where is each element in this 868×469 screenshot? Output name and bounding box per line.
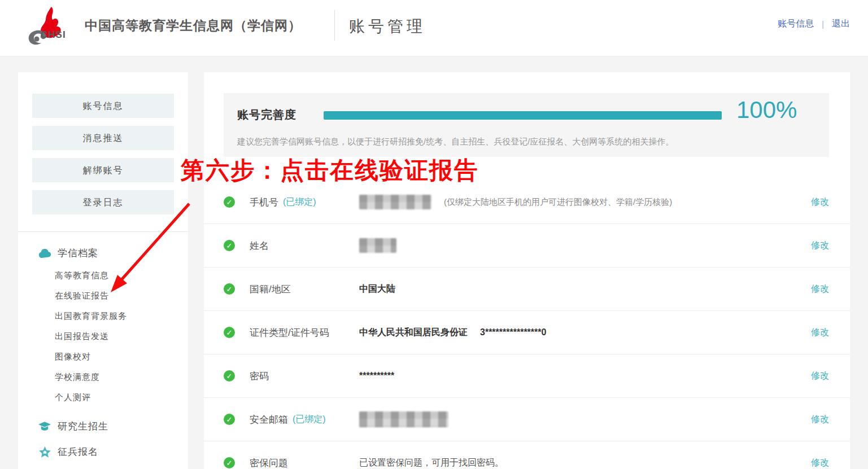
chsi-logo-text: CHSI	[41, 29, 66, 41]
blurred-name-value	[359, 238, 396, 253]
completeness-percent: 100%	[736, 97, 797, 124]
sidebar-item-online-verification-report[interactable]: 在线验证报告	[55, 286, 188, 306]
annotation-step-text: 第六步：点击在线验证报告	[181, 155, 479, 186]
nav-account-info-link[interactable]: 账号信息	[778, 18, 814, 30]
sidebar-item-abroad-report-send[interactable]: 出国报告发送	[55, 326, 188, 347]
sidebar-item-abroad-background-service[interactable]: 出国教育背景服务	[55, 306, 188, 326]
row-label: 证件类型/证件号码	[250, 326, 329, 339]
graduation-cap-icon	[38, 421, 51, 432]
check-icon: ✓	[224, 283, 235, 295]
sidebar-item-message-push[interactable]: 消息推送	[32, 126, 174, 150]
modify-link[interactable]: 修改	[811, 283, 829, 295]
modify-link[interactable]: 修改	[811, 414, 829, 426]
nationality-value: 中国大陆	[359, 283, 395, 295]
sidebar-item-school-satisfaction[interactable]: 学校满意度	[55, 367, 188, 387]
table-row-password: ✓ 密码 ********** 修改	[204, 354, 850, 398]
sidebar-section-label: 学信档案	[58, 247, 98, 260]
sidebar-archive-items: 高等教育信息 在线验证报告 出国教育背景服务 出国报告发送 图像校对 学校满意度…	[18, 265, 188, 407]
row-label: 国籍/地区	[250, 283, 291, 296]
progress-fill	[324, 111, 722, 120]
blurred-email-value	[359, 411, 448, 427]
account-completeness-panel: 账号完善度 100% 建议您完善学信网账号信息，以便于进行研招推免/统考、自主招…	[224, 93, 829, 157]
site-name: 中国高等教育学生信息网（学信网）	[85, 17, 302, 34]
modify-link[interactable]: 修改	[811, 370, 829, 382]
chsi-logo[interactable]: CHSI	[20, 5, 76, 52]
row-label: 密保问题	[250, 457, 288, 469]
row-label: 安全邮箱	[250, 413, 288, 426]
sidebar-item-higher-edu-info[interactable]: 高等教育信息	[55, 265, 188, 286]
nav-logout-link[interactable]: 退出	[832, 18, 850, 30]
id-type-value: 中华人民共和国居民身份证	[359, 327, 468, 339]
account-fields-list: ✓ 手机号 (已绑定) (仅绑定大陆地区手机的用户可进行图像校对、学籍/学历核验…	[204, 181, 850, 469]
header-divider	[334, 10, 335, 41]
modify-link[interactable]: 修改	[811, 196, 829, 208]
security-question-value: 已设置密保问题，可用于找回密码。	[359, 457, 504, 469]
row-label: 姓名	[250, 239, 269, 252]
completeness-description: 建议您完善学信网账号信息，以便于进行研招推免/统考、自主招生、兵役登记/应征报名…	[237, 137, 674, 147]
sidebar-item-image-proofread[interactable]: 图像校对	[55, 347, 188, 367]
modify-link[interactable]: 修改	[811, 327, 829, 339]
completeness-title: 账号完善度	[237, 107, 296, 122]
chsi-flame-icon	[20, 5, 76, 52]
sidebar-section-graduate-admission[interactable]: 研究生招生	[18, 420, 188, 433]
check-icon: ✓	[224, 327, 235, 338]
password-masked-value: **********	[359, 371, 394, 381]
sidebar-item-login-log[interactable]: 登录日志	[32, 190, 174, 214]
table-row-name: ✓ 姓名 修改	[204, 224, 850, 268]
sidebar-section-xuexin-archive[interactable]: 学信档案	[18, 247, 188, 260]
header: CHSI 中国高等教育学生信息网（学信网） 账号管理 账号信息 | 退出	[0, 0, 868, 56]
star-icon	[38, 446, 51, 458]
check-icon: ✓	[224, 370, 235, 382]
table-row-nationality: ✓ 国籍/地区 中国大陆 修改	[204, 268, 850, 311]
completeness-progress-bar	[324, 111, 722, 120]
table-row-phone: ✓ 手机号 (已绑定) (仅绑定大陆地区手机的用户可进行图像校对、学籍/学历核验…	[204, 181, 850, 224]
check-icon: ✓	[224, 196, 235, 208]
phone-note: (仅绑定大陆地区手机的用户可进行图像校对、学籍/学历核验)	[444, 197, 672, 208]
modify-link[interactable]: 修改	[811, 457, 829, 469]
sidebar-item-unbind-account[interactable]: 解绑账号	[32, 158, 174, 182]
check-icon: ✓	[224, 240, 235, 251]
row-label: 手机号	[250, 196, 278, 209]
modify-link[interactable]: 修改	[811, 240, 829, 252]
sidebar-buttons: 账号信息 消息推送 解绑账号 登录日志	[18, 72, 188, 214]
table-row-id-document: ✓ 证件类型/证件号码 中华人民共和国居民身份证 3**************…	[204, 311, 850, 354]
sidebar-section-conscription[interactable]: 征兵报名	[18, 445, 188, 458]
sidebar-divider	[18, 231, 188, 232]
nav-separator: |	[822, 20, 824, 29]
row-label: 密码	[250, 370, 269, 383]
sidebar-section-label: 征兵报名	[58, 445, 98, 458]
table-row-email: ✓ 安全邮箱 (已绑定) 修改	[204, 398, 850, 441]
page-title: 账号管理	[349, 16, 426, 37]
check-icon: ✓	[224, 414, 235, 425]
blurred-phone-value	[359, 195, 431, 209]
header-nav: 账号信息 | 退出	[778, 18, 850, 30]
sidebar: 账号信息 消息推送 解绑账号 登录日志 学信档案 高等教育信息 在线验证报告 出…	[18, 72, 188, 469]
main-content: 账号完善度 100% 建议您完善学信网账号信息，以便于进行研招推免/统考、自主招…	[204, 72, 850, 469]
check-icon: ✓	[224, 457, 235, 468]
bound-status-tag: (已绑定)	[293, 414, 326, 426]
page: CHSI 中国高等教育学生信息网（学信网） 账号管理 账号信息 | 退出 账号信…	[0, 0, 868, 469]
bound-status-tag: (已绑定)	[283, 196, 316, 208]
table-row-security-question: ✓ 密保问题 已设置密保问题，可用于找回密码。 修改	[204, 441, 850, 469]
sidebar-section-label: 研究生招生	[58, 420, 108, 433]
id-number-value: 3****************0	[480, 327, 546, 337]
sidebar-item-account-info[interactable]: 账号信息	[32, 94, 174, 118]
cloud-icon	[38, 248, 51, 259]
sidebar-item-personal-assessment[interactable]: 个人测评	[55, 387, 188, 407]
